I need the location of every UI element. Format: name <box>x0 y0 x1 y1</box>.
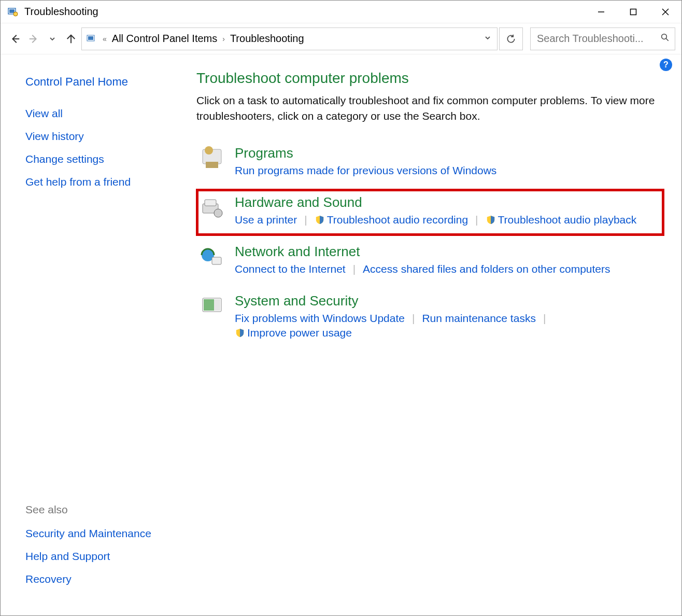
link-divider: | <box>353 263 356 275</box>
sidebar-security-maintenance[interactable]: Security and Maintenance <box>25 527 179 540</box>
breadcrumb-item-2[interactable]: Troubleshooting <box>230 33 304 45</box>
category-programs: Programs Run programs made for previous … <box>196 140 664 186</box>
svg-rect-21 <box>212 257 221 264</box>
category-system-security: System and Security Fix problems with Wi… <box>196 288 664 348</box>
category-title-programs[interactable]: Programs <box>235 145 661 161</box>
task-label: Improve power usage <box>247 327 352 339</box>
programs-icon <box>198 145 225 172</box>
svg-line-13 <box>666 38 669 41</box>
svg-rect-1 <box>9 9 15 13</box>
up-button[interactable] <box>63 31 79 47</box>
uac-shield-icon <box>486 215 496 225</box>
main-content: Troubleshoot computer problems Click on … <box>187 54 681 616</box>
task-troubleshoot-audio-recording[interactable]: Troubleshoot audio recording <box>315 214 468 226</box>
close-button[interactable] <box>649 1 681 23</box>
app-icon <box>7 6 19 18</box>
minimize-button[interactable] <box>585 1 617 23</box>
navigation-bar: « All Control Panel Items › Troubleshoot… <box>1 23 681 54</box>
link-divider: | <box>412 312 415 325</box>
uac-shield-icon <box>235 328 245 338</box>
svg-point-2 <box>13 12 18 16</box>
system-security-icon <box>198 293 225 320</box>
task-use-printer[interactable]: Use a printer <box>235 214 297 226</box>
search-icon[interactable] <box>660 33 670 45</box>
task-access-shared-files[interactable]: Access shared files and folders on other… <box>363 263 610 275</box>
titlebar: Troubleshooting <box>1 1 681 23</box>
category-title-hardware-sound[interactable]: Hardware and Sound <box>235 194 648 211</box>
uac-shield-icon <box>315 215 325 225</box>
svg-rect-11 <box>88 36 93 40</box>
address-breadcrumb[interactable]: « All Control Panel Items › Troubleshoot… <box>81 27 498 50</box>
svg-rect-24 <box>214 299 220 311</box>
back-button[interactable] <box>7 31 23 47</box>
sidebar-recovery[interactable]: Recovery <box>25 573 179 585</box>
page-description: Click on a task to automatically trouble… <box>196 93 664 124</box>
window-controls <box>585 1 681 23</box>
svg-rect-16 <box>206 162 218 168</box>
link-divider: | <box>304 214 307 226</box>
page-title: Troubleshoot computer problems <box>196 70 664 87</box>
task-run-programs-previous-windows[interactable]: Run programs made for previous versions … <box>235 164 496 177</box>
sidebar: Control Panel Home View all View history… <box>1 54 187 616</box>
breadcrumb-chevron-icon: « <box>101 35 109 43</box>
sidebar-get-help[interactable]: Get help from a friend <box>25 176 179 188</box>
svg-point-15 <box>205 146 213 155</box>
history-dropdown[interactable] <box>44 31 61 47</box>
sidebar-help-support[interactable]: Help and Support <box>25 550 179 563</box>
sidebar-view-history[interactable]: View history <box>25 130 179 143</box>
forward-button[interactable] <box>25 31 42 47</box>
category-title-network-internet[interactable]: Network and Internet <box>235 244 661 260</box>
maximize-button[interactable] <box>617 1 649 23</box>
svg-point-12 <box>662 34 667 39</box>
svg-rect-4 <box>631 9 636 15</box>
task-label: Troubleshoot audio recording <box>327 214 468 226</box>
task-improve-power-usage[interactable]: Improve power usage <box>235 327 352 339</box>
search-input[interactable] <box>536 32 656 45</box>
breadcrumb-chevron-icon: › <box>220 35 227 43</box>
sidebar-control-panel-home[interactable]: Control Panel Home <box>25 75 179 89</box>
sidebar-view-all[interactable]: View all <box>25 107 179 120</box>
breadcrumb-dropdown-icon[interactable] <box>485 35 491 43</box>
hardware-sound-icon <box>198 194 225 221</box>
task-connect-internet[interactable]: Connect to the Internet <box>235 263 346 275</box>
task-fix-windows-update[interactable]: Fix problems with Windows Update <box>235 312 405 325</box>
task-run-maintenance[interactable]: Run maintenance tasks <box>422 312 535 325</box>
link-divider: | <box>543 312 546 325</box>
task-label: Troubleshoot audio playback <box>498 214 637 226</box>
network-internet-icon <box>198 244 225 271</box>
search-box[interactable] <box>530 27 675 50</box>
category-hardware-sound: Hardware and Sound Use a printer | Troub… <box>196 189 664 235</box>
refresh-button[interactable] <box>499 27 523 50</box>
svg-rect-23 <box>204 299 214 311</box>
sidebar-change-settings[interactable]: Change settings <box>25 153 179 165</box>
help-icon[interactable]: ? <box>660 59 672 71</box>
category-network-internet: Network and Internet Connect to the Inte… <box>196 239 664 285</box>
svg-rect-18 <box>205 200 216 206</box>
window-title: Troubleshooting <box>24 6 585 18</box>
task-troubleshoot-audio-playback[interactable]: Troubleshoot audio playback <box>486 214 637 226</box>
breadcrumb-item-1[interactable]: All Control Panel Items <box>112 33 217 45</box>
svg-point-19 <box>214 209 222 217</box>
link-divider: | <box>475 214 478 226</box>
see-also-label: See also <box>25 503 179 516</box>
category-title-system-security[interactable]: System and Security <box>235 293 661 309</box>
breadcrumb-icon <box>86 33 97 45</box>
